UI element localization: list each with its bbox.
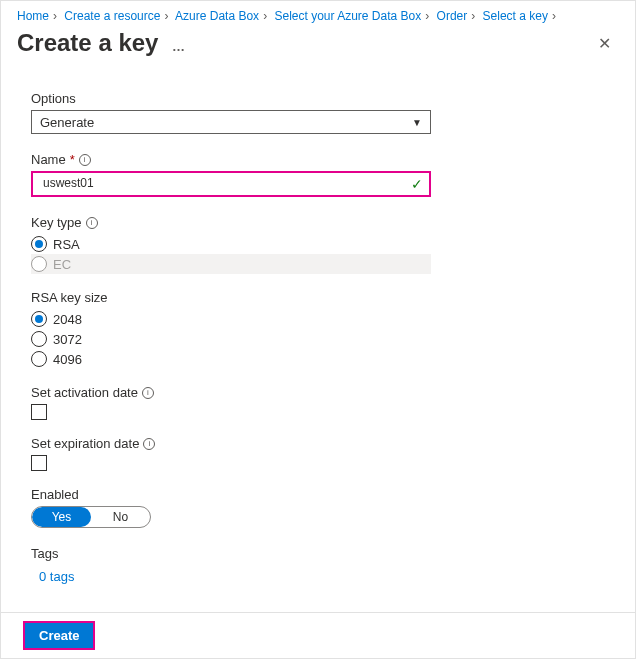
expiration-checkbox[interactable] <box>31 455 47 471</box>
radio-icon <box>31 311 47 327</box>
rsa-size-4096[interactable]: 4096 <box>31 349 605 369</box>
radio-label: 3072 <box>53 332 82 347</box>
rsa-size-group: 2048 3072 4096 <box>31 309 605 369</box>
create-button[interactable]: Create <box>23 621 95 650</box>
radio-label: 2048 <box>53 312 82 327</box>
breadcrumb-select-key[interactable]: Select a key <box>483 9 548 23</box>
radio-icon <box>31 351 47 367</box>
info-icon[interactable]: i <box>143 438 155 450</box>
chevron-right-icon: › <box>263 9 267 23</box>
enabled-label: Enabled <box>31 487 605 502</box>
name-value: uswest01 <box>39 175 411 193</box>
breadcrumb-create-resource[interactable]: Create a resource <box>64 9 160 23</box>
more-actions-icon[interactable]: … <box>172 39 186 54</box>
options-select[interactable]: Generate ▼ <box>31 110 431 134</box>
required-indicator: * <box>70 152 75 167</box>
rsa-size-3072[interactable]: 3072 <box>31 329 605 349</box>
breadcrumb-home[interactable]: Home <box>17 9 49 23</box>
footer-bar: Create <box>1 612 635 658</box>
rsa-size-label: RSA key size <box>31 290 605 305</box>
chevron-right-icon: › <box>552 9 556 23</box>
breadcrumb-azure-data-box[interactable]: Azure Data Box <box>175 9 259 23</box>
name-input[interactable]: uswest01 ✓ <box>31 171 431 197</box>
breadcrumb-select-data-box[interactable]: Select your Azure Data Box <box>274 9 421 23</box>
expiration-label: Set expiration date <box>31 436 139 451</box>
enabled-toggle[interactable]: Yes No <box>31 506 151 528</box>
radio-icon <box>31 236 47 252</box>
chevron-right-icon: › <box>425 9 429 23</box>
info-icon[interactable]: i <box>79 154 91 166</box>
chevron-right-icon: › <box>53 9 57 23</box>
options-value: Generate <box>40 115 94 130</box>
name-label: Name <box>31 152 66 167</box>
options-label: Options <box>31 91 605 106</box>
page-title: Create a key <box>17 29 158 56</box>
radio-icon <box>31 256 47 272</box>
radio-label: EC <box>53 257 71 272</box>
info-icon[interactable]: i <box>142 387 154 399</box>
chevron-right-icon: › <box>164 9 168 23</box>
radio-label: 4096 <box>53 352 82 367</box>
radio-icon <box>31 331 47 347</box>
rsa-size-2048[interactable]: 2048 <box>31 309 605 329</box>
toggle-yes: Yes <box>32 507 91 527</box>
activation-label: Set activation date <box>31 385 138 400</box>
breadcrumb-order[interactable]: Order <box>437 9 468 23</box>
radio-label: RSA <box>53 237 80 252</box>
toggle-no: No <box>91 507 150 527</box>
close-icon[interactable]: ✕ <box>590 30 619 57</box>
info-icon[interactable]: i <box>86 217 98 229</box>
key-type-label: Key type <box>31 215 82 230</box>
key-type-group: RSA EC <box>31 234 605 274</box>
tags-link[interactable]: 0 tags <box>31 569 74 584</box>
chevron-down-icon: ▼ <box>412 117 422 128</box>
page-header: Create a key … ✕ <box>1 27 635 67</box>
key-type-ec: EC <box>31 254 431 274</box>
key-type-rsa[interactable]: RSA <box>31 234 605 254</box>
chevron-right-icon: › <box>471 9 475 23</box>
check-icon: ✓ <box>411 176 423 192</box>
activation-checkbox[interactable] <box>31 404 47 420</box>
tags-label: Tags <box>31 546 605 561</box>
breadcrumb: Home› Create a resource› Azure Data Box›… <box>1 1 635 27</box>
